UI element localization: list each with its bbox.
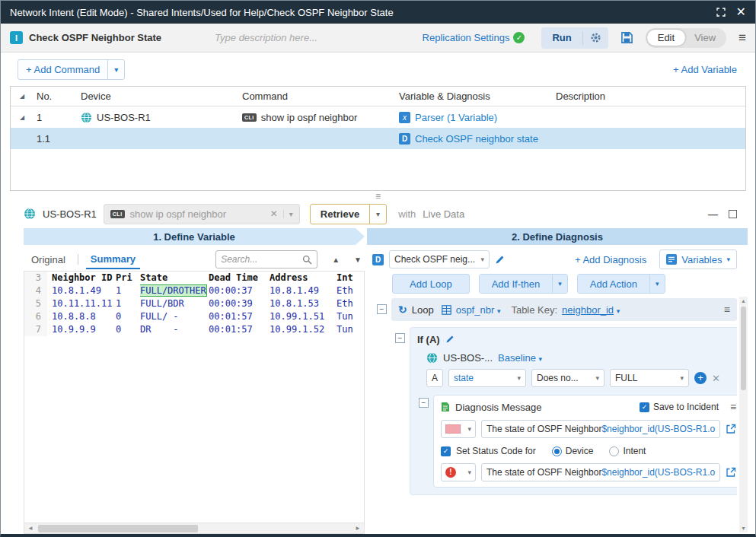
collapse-loop-icon[interactable]: −	[377, 304, 387, 314]
minimize-pane-icon[interactable]: —	[708, 208, 718, 220]
add-ifthen-button[interactable]: Add If-then	[480, 275, 553, 293]
command-selector[interactable]: CLI show ip ospf neighbor ✕ ▾	[104, 204, 300, 224]
scrollbar-track[interactable]	[739, 305, 748, 524]
add-command-chevron-icon[interactable]: ▾	[108, 65, 124, 74]
diagnosis-icon: D	[372, 254, 384, 265]
col-device: Device	[78, 91, 239, 102]
command-chevron-icon[interactable]: ▾	[283, 210, 293, 218]
diagnosis-dropdown[interactable]: Check OSPF neig... ▾	[389, 250, 490, 268]
add-ifthen-chevron-icon[interactable]: ▾	[552, 275, 567, 293]
diagnosis-dropdown-value: Check OSPF neig...	[394, 254, 476, 265]
clear-command-icon[interactable]: ✕	[270, 208, 278, 219]
collapse-message-icon[interactable]: −	[419, 398, 429, 408]
edit-diagnosis-pencil-icon[interactable]	[495, 255, 505, 265]
scrollbar-thumb[interactable]	[741, 307, 746, 390]
if-device-row: US-BOS-... Baseline ▾	[426, 352, 737, 364]
col-no: No.	[33, 91, 78, 102]
loop-table-dropdown[interactable]: ospf_nbr ▾	[456, 304, 501, 316]
intent-radio-label: Intent	[623, 446, 646, 456]
collapse-all-icon[interactable]: ◢	[14, 93, 24, 100]
col-command: Command	[239, 91, 396, 102]
table-empty-area	[11, 149, 745, 190]
message-menu-icon[interactable]: ≡	[730, 401, 736, 413]
device-radio[interactable]	[552, 446, 562, 456]
retrieve-button[interactable]: Retrieve	[311, 208, 369, 220]
expand-message-icon[interactable]	[726, 467, 736, 478]
variable-tabs: Original Summary ▲ ▼	[24, 248, 365, 271]
condition-operator-select[interactable]: Does no...▾	[531, 369, 604, 387]
if-device-name: US-BOS-...	[443, 352, 493, 364]
parser-link[interactable]: Parser (1 Variable)	[415, 112, 497, 123]
tab-divider	[78, 254, 78, 265]
add-action-button[interactable]: Add Action	[578, 275, 649, 293]
define-variable-header: 1. Define Variable	[24, 228, 365, 245]
collapse-if-icon[interactable]: −	[395, 333, 405, 343]
diagnosis-link[interactable]: Check OSPF neighbor state	[415, 133, 538, 145]
view-toggle[interactable]: View	[685, 30, 725, 46]
run-settings-gear-icon[interactable]	[583, 32, 608, 43]
variables-button[interactable]: Variables ▾	[659, 249, 737, 269]
scroll-up-icon[interactable]: ▲	[741, 297, 746, 305]
next-match-icon[interactable]: ▼	[354, 256, 362, 264]
horizontal-scrollbar[interactable]: ◄ ►	[24, 523, 365, 534]
search-input[interactable]	[221, 254, 302, 265]
add-variable-link[interactable]: + Add Variable	[673, 64, 737, 75]
loop-menu-icon[interactable]: ≡	[724, 303, 730, 316]
vertical-scrollbar[interactable]: ▲ ▼	[739, 297, 748, 532]
scrollbar-track[interactable]	[37, 523, 352, 533]
add-action-chevron-icon[interactable]: ▾	[649, 275, 665, 293]
add-command-button[interactable]: + Add Command ▾	[18, 59, 125, 80]
status-icon-select[interactable]: ! ▾	[441, 463, 476, 481]
close-icon[interactable]: ✕	[736, 6, 746, 18]
retrieve-chevron-icon[interactable]: ▾	[370, 210, 386, 218]
device-globe-icon	[24, 208, 36, 220]
message-text-input[interactable]: The state of OSPF Neighbor $neighbor_id(…	[481, 420, 720, 438]
tab-summary[interactable]: Summary	[86, 250, 140, 269]
message-color-select[interactable]: ▾	[441, 420, 476, 438]
row-collapse-icon[interactable]: ◢	[14, 114, 24, 121]
save-to-incident-checkbox[interactable]: ✓	[640, 402, 649, 412]
add-condition-icon[interactable]: +	[694, 372, 707, 384]
splitter-handle-icon[interactable]: ≡	[375, 192, 381, 201]
status-message-input[interactable]: The state of OSPF Neighbor $neighbor_id(…	[481, 463, 720, 481]
table-row-selected[interactable]: 1.1 D Check OSPF neighbor state	[11, 128, 745, 149]
prev-match-icon[interactable]: ▲	[332, 256, 340, 264]
condition-value-select[interactable]: FULL▾	[610, 369, 689, 387]
device-globe-icon	[426, 352, 438, 364]
scrollbar-thumb[interactable]	[38, 525, 198, 532]
command-selector-text: show ip ospf neighbor	[130, 208, 265, 220]
scroll-left-icon[interactable]: ◄	[24, 525, 37, 532]
message-row: ! ▾ The state of OSPF Neighbor $neighbor…	[441, 463, 736, 481]
row-command-text: show ip ospf neighbor	[261, 112, 357, 123]
condition-variable-select[interactable]: state▾	[448, 369, 526, 387]
maximize-icon[interactable]	[716, 8, 726, 17]
table-key-dropdown[interactable]: neighbor_id ▾	[562, 304, 620, 316]
remove-condition-icon[interactable]: ✕	[712, 373, 720, 384]
add-diagnosis-link[interactable]: + Add Diagnosis	[575, 254, 646, 265]
condition-row: A state▾ Does no...▾ FULL▾ + ✕	[426, 369, 737, 387]
message-row: ▾ The state of OSPF Neighbor $neighbor_i…	[441, 420, 736, 438]
add-loop-button[interactable]: Add Loop	[392, 274, 470, 294]
run-button[interactable]: Run	[541, 32, 582, 43]
cli-icon: CLI	[242, 113, 257, 122]
menu-icon[interactable]: ≡	[738, 30, 746, 46]
table-row[interactable]: ◢ 1 US-BOS-R1 CLI show ip ospf neighbor …	[11, 106, 745, 128]
expand-message-icon[interactable]	[726, 424, 736, 434]
baseline-dropdown[interactable]: Baseline ▾	[498, 352, 542, 364]
set-status-code-checkbox[interactable]: ✓	[441, 446, 451, 456]
search-icon[interactable]	[302, 255, 312, 265]
intent-radio[interactable]	[609, 446, 619, 456]
description-input[interactable]	[215, 32, 375, 43]
edit-if-pencil-icon[interactable]	[445, 335, 455, 344]
scroll-down-icon[interactable]: ▼	[741, 524, 746, 532]
tab-original[interactable]: Original	[27, 251, 70, 268]
loop-label: Loop	[412, 304, 434, 316]
replication-settings-link[interactable]: Replication Settings	[423, 32, 510, 43]
message-variable: $neighbor_id(US-BOS-R1.o	[601, 467, 715, 478]
maximize-pane-icon[interactable]	[729, 210, 737, 218]
edit-toggle[interactable]: Edit	[647, 30, 685, 46]
parser-variable-icon: x	[399, 112, 410, 123]
command-table: ◢ No. Device Command Variable & Diagnosi…	[10, 86, 746, 191]
scroll-right-icon[interactable]: ►	[352, 525, 364, 532]
save-icon[interactable]	[620, 31, 633, 44]
